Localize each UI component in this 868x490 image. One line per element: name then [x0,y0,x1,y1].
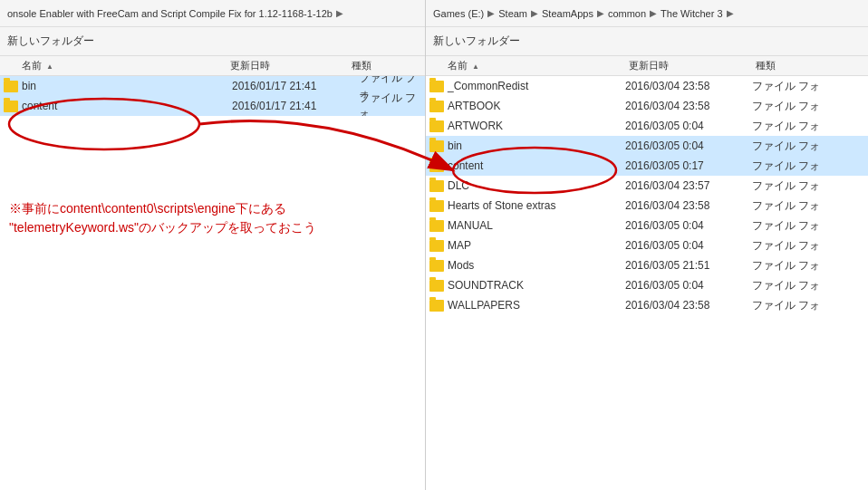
right-sort-arrow-icon: ▲ [472,62,479,71]
folder-icon [4,101,18,112]
file-type: ファイル フォ [752,298,864,313]
file-date: 2016/03/05 0:04 [625,279,752,292]
right-new-folder-label: 新しいフォルダー [433,34,520,49]
file-type: ファイル フォ [752,79,864,94]
left-file-row[interactable]: content 2016/01/17 21:41 ファイル フォ [0,96,425,116]
right-file-row[interactable]: Hearts of Stone extras 2016/03/04 23:58 … [426,196,868,216]
file-date: 2016/03/05 0:04 [625,239,752,252]
right-file-row[interactable]: _CommonRedist 2016/03/04 23:58 ファイル フォ [426,76,868,96]
file-date: 2016/03/04 23:58 [625,80,752,92]
file-date: 2016/03/05 0:17 [625,159,752,172]
folder-icon [429,81,444,92]
right-column-headers: 名前 ▲ 更新日時 種類 [426,56,868,76]
left-col-type[interactable]: 種類 [352,59,421,72]
right-file-row[interactable]: bin 2016/03/05 0:04 ファイル フォ [426,136,868,156]
left-file-explorer: onsole Enabler with FreeCam and Script C… [0,0,426,490]
folder-icon [4,81,18,92]
file-type: ファイル フォ [752,258,864,274]
file-date: 2016/03/05 0:04 [625,139,752,152]
breadcrumb-steam[interactable]: Steam [498,8,527,19]
file-date: 2016/01/17 21:41 [232,100,359,112]
annotation-line2: "telemetryKeyword.ws"のバックアップを取っておこう [9,218,316,237]
file-name: Mods [444,259,625,272]
file-name: content [444,159,625,172]
annotation-text: ※事前にcontent\content0\scripts\engine下にある … [9,199,316,237]
folder-icon [429,180,444,192]
left-new-folder-label: 新しいフォルダー [7,34,94,49]
file-date: 2016/03/05 0:04 [625,219,752,232]
file-name: ARTWORK [444,120,625,132]
file-type: ファイル フォ [752,178,864,194]
breadcrumb-witcher[interactable]: The Witcher 3 [661,8,722,19]
folder-icon [429,200,444,212]
sep3: ▶ [597,8,604,18]
breadcrumb-steamapps[interactable]: SteamApps [542,8,593,19]
right-col-type[interactable]: 種類 [756,59,828,72]
right-toolbar: 新しいフォルダー [426,27,868,56]
right-file-row[interactable]: SOUNDTRACK 2016/03/05 0:04 ファイル フォ [426,275,868,295]
folder-icon [429,280,444,292]
file-name: WALLPAPERS [444,299,625,312]
sort-arrow-icon: ▲ [46,62,53,71]
file-type: ファイル フォ [752,159,864,174]
file-date: 2016/03/04 23:58 [625,299,752,312]
left-col-date[interactable]: 更新日時 [230,59,352,72]
folder-icon [429,140,444,152]
folder-icon [429,101,444,112]
file-type: ファイル フォ [359,91,421,116]
left-title-text: onsole Enabler with FreeCam and Script C… [7,8,333,19]
right-file-row[interactable]: ARTWORK 2016/03/05 0:04 ファイル フォ [426,116,868,136]
right-col-date[interactable]: 更新日時 [629,59,756,72]
file-type: ファイル フォ [752,139,864,154]
folder-icon [429,260,444,272]
file-type: ファイル フォ [752,198,864,214]
left-title-bar: onsole Enabler with FreeCam and Script C… [0,0,425,27]
file-name: bin [18,80,232,92]
breadcrumb-games[interactable]: Games (E:) [433,8,484,19]
right-file-row[interactable]: ARTBOOK 2016/03/04 23:58 ファイル フォ [426,96,868,116]
file-type: ファイル フォ [752,278,864,293]
file-date: 2016/03/04 23:57 [625,179,752,192]
sep4: ▶ [650,8,657,18]
sep5: ▶ [727,8,734,18]
file-date: 2016/03/05 0:04 [625,120,752,132]
right-file-explorer: Games (E:) ▶ Steam ▶ SteamApps ▶ common … [426,0,868,490]
left-col-name[interactable]: 名前 ▲ [4,59,230,72]
folder-icon [429,240,444,252]
sep2: ▶ [531,8,538,18]
right-col-name[interactable]: 名前 ▲ [429,59,629,72]
annotation-line1: ※事前にcontent\content0\scripts\engine下にある [9,199,316,218]
file-date: 2016/01/17 21:41 [232,80,359,92]
right-file-row[interactable]: MAP 2016/03/05 0:04 ファイル フォ [426,235,868,255]
file-name: Hearts of Stone extras [444,199,625,212]
folder-icon [429,120,444,132]
file-type: ファイル フォ [752,119,864,134]
right-file-row[interactable]: MANUAL 2016/03/05 0:04 ファイル フォ [426,216,868,235]
file-date: 2016/03/04 23:58 [625,100,752,112]
right-file-row[interactable]: DLC 2016/03/04 23:57 ファイル フォ [426,176,868,196]
folder-icon [429,300,444,312]
file-name: MAP [444,239,625,252]
file-date: 2016/03/04 23:58 [625,199,752,212]
right-file-row[interactable]: WALLPAPERS 2016/03/04 23:58 ファイル フォ [426,295,868,315]
right-new-folder-button[interactable]: 新しいフォルダー [433,34,520,49]
left-new-folder-button[interactable]: 新しいフォルダー [7,34,94,49]
right-file-row[interactable]: Mods 2016/03/05 21:51 ファイル フォ [426,255,868,275]
file-name: content [18,100,232,112]
left-toolbar: 新しいフォルダー [0,27,425,56]
right-file-list: _CommonRedist 2016/03/04 23:58 ファイル フォ A… [426,76,868,315]
right-file-row[interactable]: content 2016/03/05 0:17 ファイル フォ [426,156,868,176]
file-name: SOUNDTRACK [444,279,625,292]
file-date: 2016/03/05 21:51 [625,259,752,272]
folder-icon [429,160,444,172]
file-name: _CommonRedist [444,80,625,92]
file-type: ファイル フォ [752,218,864,234]
file-type: ファイル フォ [752,99,864,114]
breadcrumb-common[interactable]: common [608,8,646,19]
file-type: ファイル フォ [752,238,864,254]
left-column-headers: 名前 ▲ 更新日時 種類 [0,56,425,76]
file-name: bin [444,139,625,152]
right-address-bar: Games (E:) ▶ Steam ▶ SteamApps ▶ common … [426,0,868,27]
file-name: DLC [444,179,625,192]
expand-arrow-icon[interactable]: ▶ [336,8,343,18]
